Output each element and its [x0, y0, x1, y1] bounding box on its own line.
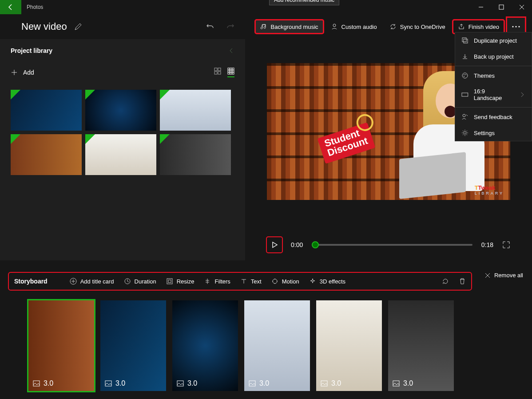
sync-label: Sync to OneDrive: [400, 24, 445, 30]
back-button[interactable]: [0, 0, 21, 14]
top-toolbar: New video Background music Custom audio …: [0, 14, 532, 39]
menu-settings[interactable]: Settings: [455, 125, 532, 141]
grid-small-icon[interactable]: [227, 68, 234, 77]
svg-point-9: [465, 74, 466, 75]
library-thumb[interactable]: [160, 134, 231, 175]
app-name: Photos: [21, 4, 43, 10]
motion-button[interactable]: Motion: [271, 278, 299, 285]
seek-handle[interactable]: [312, 241, 319, 248]
menu-aspect[interactable]: 16:9 Landscape: [455, 84, 532, 106]
duration-button[interactable]: Duration: [124, 278, 156, 285]
storyboard-clip[interactable]: 3.0: [100, 300, 166, 391]
library-thumb[interactable]: [85, 90, 156, 131]
library-title: Project library: [11, 47, 52, 54]
svg-rect-15: [218, 68, 221, 71]
play-button[interactable]: [267, 237, 282, 252]
grid-large-icon[interactable]: [214, 68, 221, 75]
add-title-card-button[interactable]: Add title card: [70, 278, 114, 285]
storyboard-title: Storyboard: [14, 278, 48, 285]
playback-controls: 0:00 0:18: [267, 237, 510, 252]
close-button[interactable]: [512, 0, 532, 14]
text-button[interactable]: Text: [240, 278, 262, 285]
undo-icon[interactable]: [206, 23, 214, 31]
aspect-icon: [461, 91, 468, 98]
plus-icon: [11, 69, 18, 76]
svg-rect-20: [232, 68, 234, 70]
svg-rect-14: [214, 68, 217, 71]
window-controls: [471, 0, 532, 14]
svg-rect-5: [462, 38, 466, 42]
arrow-left-icon: [7, 4, 14, 11]
storyboard-clip[interactable]: 3.0: [244, 300, 310, 391]
brand-logo: TTweakLIBRARY: [475, 184, 504, 196]
rotate-icon[interactable]: [442, 278, 449, 285]
svg-rect-26: [232, 72, 234, 74]
resize-button[interactable]: Resize: [166, 278, 195, 285]
library-thumb[interactable]: [160, 90, 231, 131]
storyboard-clip[interactable]: 3.0: [172, 300, 238, 391]
sparkle-icon: [309, 278, 316, 285]
custom-audio-button[interactable]: Custom audio: [326, 20, 381, 33]
filters-button[interactable]: Filters: [204, 278, 230, 285]
ellipsis-icon: [512, 26, 520, 28]
svg-point-10: [464, 76, 465, 77]
menu-themes[interactable]: Themes: [455, 68, 532, 84]
svg-rect-17: [218, 72, 221, 74]
storyboard-clip[interactable]: 3.0: [316, 300, 382, 391]
svg-rect-18: [228, 68, 230, 70]
title-bar: Photos: [0, 0, 532, 14]
sync-onedrive-button[interactable]: Sync to OneDrive: [385, 20, 450, 33]
svg-rect-19: [230, 68, 232, 70]
svg-rect-36: [321, 381, 327, 386]
backup-icon: [461, 53, 468, 60]
svg-rect-21: [228, 70, 230, 72]
minimize-button[interactable]: [471, 0, 491, 14]
trash-icon[interactable]: [459, 278, 466, 285]
svg-rect-25: [230, 72, 232, 74]
time-total: 0:18: [481, 241, 493, 248]
storyboard-clip[interactable]: 3.0: [28, 300, 94, 391]
duplicate-icon: [461, 37, 468, 44]
redo-icon[interactable]: [226, 23, 234, 31]
view-toggle: [214, 68, 234, 77]
svg-rect-34: [177, 381, 183, 386]
finish-video-button[interactable]: Finish video: [453, 20, 504, 33]
svg-rect-37: [393, 381, 399, 386]
more-context-menu: Duplicate project Back up project Themes…: [455, 32, 532, 141]
svg-rect-0: [499, 5, 504, 9]
svg-point-1: [333, 24, 336, 27]
image-icon: [33, 380, 40, 387]
svg-point-13: [464, 132, 466, 134]
fullscreen-icon[interactable]: [502, 241, 510, 249]
svg-rect-30: [168, 280, 171, 283]
svg-point-4: [518, 26, 520, 27]
main-area: Project library Add: [0, 39, 532, 260]
library-thumb[interactable]: [85, 134, 156, 175]
menu-feedback[interactable]: Send feedback: [455, 109, 532, 125]
library-thumb[interactable]: [11, 90, 82, 131]
sync-icon: [389, 23, 397, 30]
background-music-button[interactable]: Background music: [256, 20, 323, 33]
x-icon: [484, 272, 491, 279]
person-audio-icon: [331, 23, 338, 30]
library-thumb[interactable]: [11, 134, 82, 175]
3d-effects-button[interactable]: 3D effects: [309, 278, 345, 285]
project-library-panel: Project library Add: [0, 39, 245, 260]
storyboard-clip[interactable]: 3.0: [388, 300, 454, 391]
collapse-icon[interactable]: [228, 48, 234, 54]
tooltip-bg-music: Add recommended music: [269, 0, 339, 5]
menu-backup[interactable]: Back up project: [455, 48, 532, 64]
plus-card-icon: [70, 278, 77, 285]
storyboard-toolbar: Storyboard Add title card Duration Resiz…: [8, 272, 472, 291]
remove-all-button[interactable]: Remove all: [484, 272, 523, 279]
add-media-button[interactable]: Add: [11, 69, 34, 76]
svg-rect-24: [228, 72, 230, 74]
seek-track[interactable]: [312, 244, 472, 246]
menu-duplicate[interactable]: Duplicate project: [455, 32, 532, 48]
maximize-button[interactable]: [491, 0, 512, 14]
edit-icon[interactable]: [74, 23, 82, 31]
storyboard-clips: 3.0 3.0 3.0 3.0 3.0 3.0: [0, 291, 532, 391]
svg-rect-23: [232, 70, 234, 72]
svg-rect-22: [230, 70, 232, 72]
motion-icon: [271, 278, 278, 285]
